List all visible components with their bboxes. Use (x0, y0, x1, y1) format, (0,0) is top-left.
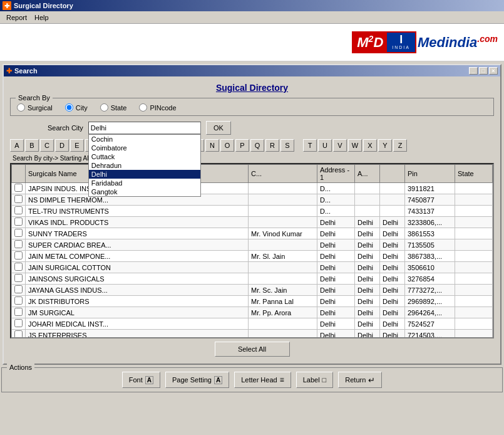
alpha-btn-N[interactable]: N (205, 139, 219, 152)
table-row[interactable]: JOHARI MEDICAL INST... Delhi Delhi Delhi… (12, 318, 493, 330)
row-checkbox[interactable] (14, 274, 23, 282)
table-row[interactable]: JM SURGICAL Mr. Pp. Arora Delhi Delhi De… (12, 307, 493, 318)
col-pin[interactable]: Pin (405, 165, 455, 183)
alpha-btn-O[interactable]: O (220, 139, 234, 152)
menu-report[interactable]: Report (3, 13, 31, 23)
alpha-btn-P[interactable]: P (235, 139, 249, 152)
table-row[interactable]: JK DISTRIBUTORS Mr. Panna Lal Delhi Delh… (12, 296, 493, 307)
row-checkbox[interactable] (14, 240, 23, 248)
font-button[interactable]: Font A (122, 372, 160, 388)
table-row[interactable]: JAYANA GLASS INDUS... Mr. Sc. Jain Delhi… (12, 285, 493, 296)
ok-button[interactable]: OK (206, 121, 231, 135)
row-contact: Mr. Sl. Jain (249, 251, 317, 262)
alpha-btn-R[interactable]: R (265, 139, 279, 152)
row-state2 (455, 307, 493, 318)
row-checkbox-cell[interactable] (12, 318, 26, 330)
search-city-input[interactable] (88, 122, 201, 134)
dropdown-item-ghaziabad[interactable]: Ghaziabad (89, 196, 200, 197)
row-checkbox-cell[interactable] (12, 228, 26, 239)
radio-city-input[interactable] (65, 103, 73, 112)
alpha-btn-Q[interactable]: Q (250, 139, 264, 152)
select-all-button[interactable]: Select All (215, 342, 290, 357)
table-container[interactable]: Surgicals Name C... Address - 1 A... Pin… (10, 163, 494, 338)
row-state2 (455, 228, 493, 239)
col-contact[interactable]: C... (249, 165, 317, 183)
row-checkbox-cell[interactable] (12, 251, 26, 262)
radio-surgical-input[interactable] (17, 103, 25, 112)
logo-area: M2D I INDIA Medindia.com (0, 24, 504, 61)
row-checkbox[interactable] (14, 263, 23, 271)
col-address[interactable]: Address - 1 (317, 165, 355, 183)
table-row[interactable]: JAIN METAL COMPONE... Mr. Sl. Jain Delhi… (12, 251, 493, 262)
alpha-btn-X[interactable]: X (363, 139, 377, 152)
row-checkbox-cell[interactable] (12, 217, 26, 228)
radio-pincode[interactable]: PINcode (139, 103, 176, 112)
row-checkbox-cell[interactable] (12, 239, 26, 251)
row-checkbox[interactable] (14, 218, 23, 226)
table-row[interactable]: JAINSONS SURGICALS Delhi Delhi Delhi 327… (12, 273, 493, 285)
radio-state-input[interactable] (100, 103, 108, 112)
row-checkbox-cell[interactable] (12, 285, 26, 296)
alpha-btn-T[interactable]: T (303, 139, 317, 152)
row-checkbox-cell[interactable] (12, 296, 26, 307)
alpha-btn-V[interactable]: V (333, 139, 347, 152)
menu-help[interactable]: Help (31, 13, 53, 23)
table-row[interactable]: JAIN SURGICAL COTTON Delhi Delhi Delhi 3… (12, 262, 493, 273)
row-checkbox-cell[interactable] (12, 307, 26, 318)
table-row[interactable]: NS DIMPLE THERMOM... D... 7450877 (12, 194, 493, 206)
dropdown-item-faridabad[interactable]: Faridabad (89, 179, 200, 187)
radio-surgical[interactable]: Surgical (17, 103, 53, 112)
table-row[interactable]: SUNNY TRADERS Mr. Vinod Kumar Delhi Delh… (12, 228, 493, 239)
row-checkbox-cell[interactable] (12, 194, 26, 206)
label-button[interactable]: Label □ (296, 372, 334, 388)
row-checkbox[interactable] (14, 184, 23, 192)
alpha-btn-Z[interactable]: Z (393, 139, 407, 152)
close-button[interactable]: × (489, 67, 498, 75)
alpha-btn-C[interactable]: C (40, 139, 54, 152)
radio-city[interactable]: City (65, 103, 88, 112)
row-checkbox-cell[interactable] (12, 183, 26, 194)
dropdown-item-cochin[interactable]: Cochin (89, 135, 200, 144)
row-checkbox[interactable] (14, 296, 23, 305)
dropdown-item-delhi[interactable]: Delhi (89, 170, 200, 179)
dropdown-item-dehradun[interactable]: Dehradun (89, 161, 200, 170)
table-row[interactable]: VIKAS INDL. PRODUCTS Delhi Delhi Delhi 3… (12, 217, 493, 228)
return-button[interactable]: Return ↵ (338, 372, 382, 388)
col-city[interactable]: A... (355, 165, 380, 183)
row-checkbox[interactable] (14, 251, 23, 259)
minimize-button[interactable]: _ (469, 67, 478, 75)
row-checkbox[interactable] (14, 285, 23, 293)
alpha-btn-W[interactable]: W (348, 139, 362, 152)
row-checkbox-cell[interactable] (12, 330, 26, 339)
row-checkbox-cell[interactable] (12, 206, 26, 217)
row-checkbox[interactable] (14, 229, 23, 237)
dropdown-item-coimbatore[interactable]: Coimbatore (89, 144, 200, 152)
alpha-btn-A[interactable]: A (10, 139, 24, 152)
row-checkbox[interactable] (14, 195, 23, 203)
row-checkbox[interactable] (14, 308, 23, 316)
alpha-btn-D[interactable]: D (55, 139, 69, 152)
city-dropdown-list[interactable]: Cochin Coimbatore Cuttack Dehradun Delhi… (88, 134, 201, 197)
radio-state[interactable]: State (100, 103, 127, 112)
row-checkbox[interactable] (14, 206, 23, 214)
page-setting-button[interactable]: Page Setting A (165, 372, 229, 388)
alpha-btn-B[interactable]: B (25, 139, 39, 152)
radio-pincode-input[interactable] (139, 103, 147, 112)
table-row[interactable]: SUPER CARDIAC BREA... Delhi Delhi Delhi … (12, 239, 493, 251)
alpha-btn-S[interactable]: S (280, 139, 294, 152)
table-row[interactable]: JS ENTERPRISES Delhi Delhi Delhi 7214503… (12, 330, 493, 339)
row-checkbox-cell[interactable] (12, 273, 26, 285)
table-row[interactable]: JAPSIN INDUS. INSTRU... D... 3911821 (12, 183, 493, 194)
row-checkbox-cell[interactable] (12, 262, 26, 273)
table-row[interactable]: TEL-TRU INSTRUMENTS D... 7433137 (12, 206, 493, 217)
maximize-button[interactable]: □ (479, 67, 488, 75)
alpha-btn-U[interactable]: U (318, 139, 332, 152)
dropdown-item-gangtok[interactable]: Gangtok (89, 187, 200, 196)
alpha-btn-Y[interactable]: Y (378, 139, 392, 152)
row-checkbox[interactable] (14, 330, 23, 338)
alpha-btn-E[interactable]: E (70, 139, 84, 152)
letter-head-button[interactable]: Letter Head ≡ (234, 372, 291, 388)
col-state[interactable]: State (455, 165, 493, 183)
dropdown-item-cuttack[interactable]: Cuttack (89, 152, 200, 161)
row-checkbox[interactable] (14, 319, 23, 327)
